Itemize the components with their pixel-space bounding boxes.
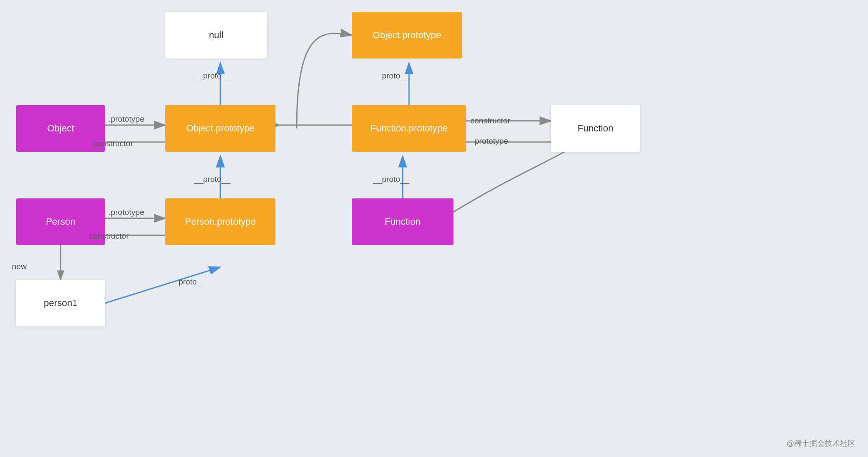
prototype-label-2: prototype [475,137,508,146]
proto-label-5: __proto__ [170,277,206,287]
function-white-node: Function [551,105,640,152]
person1-label: person1 [44,298,78,309]
object-prototype-node: Object.prototype [165,105,275,152]
object-prototype-top-node: Object.prototype [352,12,462,59]
prototype-label-3: .prototype [108,208,145,217]
constructor-label-1: constructor [93,139,133,148]
constructor-label-2: constructor [470,116,510,125]
null-label: null [209,30,223,41]
object-node: Object [16,105,105,152]
object-prototype-label: Object.prototype [186,123,254,134]
person-prototype-node: Person.prototype [165,198,275,245]
proto-label-2: __proto__ [373,71,409,81]
function-purple-node: Function [352,198,453,245]
proto-label-1: __proto__ [194,71,231,81]
person-prototype-label: Person.prototype [185,216,256,227]
constructor-label-3: constructor [89,231,129,241]
proto-label-4: __proto__ [373,175,409,184]
prototype-label-1: .prototype [108,114,145,124]
person1-node: person1 [16,280,105,326]
object-prototype-top-label: Object.prototype [373,30,441,41]
new-label: new [12,262,27,271]
null-node: null [165,12,267,59]
function-prototype-node: Function.prototype [352,105,466,152]
person-label: Person [46,216,75,227]
object-label: Object [47,123,74,134]
function-purple-label: Function [385,216,420,227]
function-white-label: Function [578,123,613,134]
function-prototype-label: Function.prototype [370,123,448,134]
watermark: @稀土掘金技术社区 [787,438,855,449]
proto-label-3: __proto__ [194,175,231,184]
